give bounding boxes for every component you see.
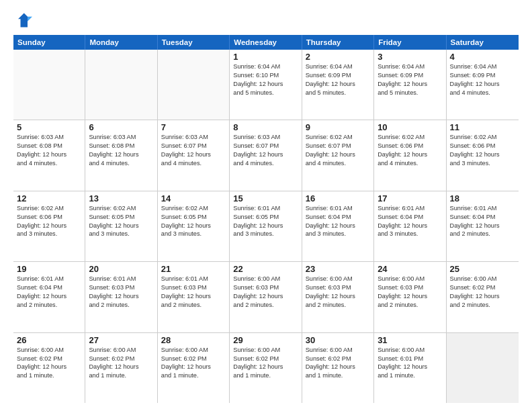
cell-info: Sunrise: 6:01 AM Sunset: 6:04 PM Dayligh… — [378, 204, 442, 239]
calendar-row-1: 5Sunrise: 6:03 AM Sunset: 6:08 PM Daylig… — [13, 120, 519, 191]
header — [13, 11, 519, 30]
cell-info: Sunrise: 6:03 AM Sunset: 6:07 PM Dayligh… — [233, 133, 298, 168]
cell-info: Sunrise: 6:04 AM Sunset: 6:09 PM Dayligh… — [306, 62, 370, 97]
day-number: 9 — [306, 122, 370, 132]
day-number: 10 — [378, 122, 442, 132]
page: SundayMondayTuesdayWednesdayThursdayFrid… — [0, 0, 532, 411]
calendar-cell — [85, 50, 157, 120]
cell-info: Sunrise: 6:02 AM Sunset: 6:05 PM Dayligh… — [89, 204, 153, 239]
day-number: 26 — [17, 335, 81, 345]
header-cell-monday: Monday — [85, 35, 157, 50]
calendar-row-3: 19Sunrise: 6:01 AM Sunset: 6:04 PM Dayli… — [13, 262, 519, 332]
cell-info: Sunrise: 6:01 AM Sunset: 6:03 PM Dayligh… — [161, 275, 226, 310]
calendar: SundayMondayTuesdayWednesdayThursdayFrid… — [13, 35, 519, 403]
cell-info: Sunrise: 6:00 AM Sunset: 6:02 PM Dayligh… — [89, 346, 153, 381]
header-cell-sunday: Sunday — [13, 35, 85, 50]
day-number: 18 — [450, 193, 515, 203]
cell-info: Sunrise: 6:00 AM Sunset: 6:02 PM Dayligh… — [233, 346, 298, 381]
day-number: 16 — [306, 193, 370, 203]
cell-info: Sunrise: 6:00 AM Sunset: 6:03 PM Dayligh… — [233, 275, 298, 310]
calendar-cell: 17Sunrise: 6:01 AM Sunset: 6:04 PM Dayli… — [374, 191, 446, 261]
day-number: 14 — [161, 193, 226, 203]
calendar-cell: 27Sunrise: 6:00 AM Sunset: 6:02 PM Dayli… — [85, 333, 157, 403]
calendar-body: 1Sunrise: 6:04 AM Sunset: 6:10 PM Daylig… — [13, 50, 519, 403]
calendar-cell: 13Sunrise: 6:02 AM Sunset: 6:05 PM Dayli… — [85, 191, 157, 261]
day-number: 1 — [233, 52, 298, 62]
calendar-cell: 19Sunrise: 6:01 AM Sunset: 6:04 PM Dayli… — [13, 262, 85, 332]
day-number: 23 — [306, 264, 370, 274]
calendar-cell: 16Sunrise: 6:01 AM Sunset: 6:04 PM Dayli… — [302, 191, 374, 261]
calendar-cell — [158, 50, 230, 120]
calendar-cell: 26Sunrise: 6:00 AM Sunset: 6:02 PM Dayli… — [13, 333, 85, 403]
day-number: 24 — [378, 264, 442, 274]
calendar-cell: 31Sunrise: 6:00 AM Sunset: 6:01 PM Dayli… — [374, 333, 446, 403]
calendar-cell: 11Sunrise: 6:02 AM Sunset: 6:06 PM Dayli… — [447, 120, 519, 190]
cell-info: Sunrise: 6:00 AM Sunset: 6:03 PM Dayligh… — [378, 275, 442, 310]
cell-info: Sunrise: 6:01 AM Sunset: 6:04 PM Dayligh… — [306, 204, 370, 239]
day-number: 13 — [89, 193, 153, 203]
day-number: 31 — [378, 335, 442, 345]
day-number: 11 — [450, 122, 515, 132]
calendar-cell: 8Sunrise: 6:03 AM Sunset: 6:07 PM Daylig… — [230, 120, 302, 190]
cell-info: Sunrise: 6:00 AM Sunset: 6:03 PM Dayligh… — [306, 275, 370, 310]
calendar-cell: 1Sunrise: 6:04 AM Sunset: 6:10 PM Daylig… — [230, 50, 302, 120]
cell-info: Sunrise: 6:04 AM Sunset: 6:09 PM Dayligh… — [450, 62, 515, 97]
calendar-cell — [13, 50, 85, 120]
calendar-cell: 25Sunrise: 6:00 AM Sunset: 6:02 PM Dayli… — [447, 262, 519, 332]
calendar-cell: 3Sunrise: 6:04 AM Sunset: 6:09 PM Daylig… — [374, 50, 446, 120]
logo — [13, 11, 35, 30]
cell-info: Sunrise: 6:01 AM Sunset: 6:04 PM Dayligh… — [17, 275, 81, 310]
day-number: 28 — [161, 335, 226, 345]
calendar-cell: 21Sunrise: 6:01 AM Sunset: 6:03 PM Dayli… — [158, 262, 230, 332]
day-number: 29 — [233, 335, 298, 345]
header-cell-tuesday: Tuesday — [158, 35, 230, 50]
cell-info: Sunrise: 6:01 AM Sunset: 6:03 PM Dayligh… — [89, 275, 153, 310]
calendar-cell: 20Sunrise: 6:01 AM Sunset: 6:03 PM Dayli… — [85, 262, 157, 332]
day-number: 4 — [450, 52, 515, 62]
day-number: 7 — [161, 122, 226, 132]
calendar-cell: 4Sunrise: 6:04 AM Sunset: 6:09 PM Daylig… — [447, 50, 519, 120]
day-number: 27 — [89, 335, 153, 345]
calendar-row-4: 26Sunrise: 6:00 AM Sunset: 6:02 PM Dayli… — [13, 333, 519, 403]
cell-info: Sunrise: 6:04 AM Sunset: 6:10 PM Dayligh… — [233, 62, 298, 97]
calendar-cell — [447, 333, 519, 403]
calendar-cell: 30Sunrise: 6:00 AM Sunset: 6:02 PM Dayli… — [302, 333, 374, 403]
day-number: 5 — [17, 122, 81, 132]
day-number: 6 — [89, 122, 153, 132]
header-cell-wednesday: Wednesday — [230, 35, 302, 50]
calendar-row-0: 1Sunrise: 6:04 AM Sunset: 6:10 PM Daylig… — [13, 50, 519, 120]
header-cell-friday: Friday — [374, 35, 446, 50]
cell-info: Sunrise: 6:01 AM Sunset: 6:04 PM Dayligh… — [450, 204, 515, 239]
calendar-cell: 5Sunrise: 6:03 AM Sunset: 6:08 PM Daylig… — [13, 120, 85, 190]
calendar-header-row: SundayMondayTuesdayWednesdayThursdayFrid… — [13, 35, 519, 50]
day-number: 12 — [17, 193, 81, 203]
cell-info: Sunrise: 6:02 AM Sunset: 6:05 PM Dayligh… — [161, 204, 226, 239]
cell-info: Sunrise: 6:03 AM Sunset: 6:07 PM Dayligh… — [161, 133, 226, 168]
calendar-cell: 14Sunrise: 6:02 AM Sunset: 6:05 PM Dayli… — [158, 191, 230, 261]
calendar-cell: 23Sunrise: 6:00 AM Sunset: 6:03 PM Dayli… — [302, 262, 374, 332]
calendar-cell: 2Sunrise: 6:04 AM Sunset: 6:09 PM Daylig… — [302, 50, 374, 120]
day-number: 3 — [378, 52, 442, 62]
svg-marker-1 — [28, 17, 32, 21]
day-number: 22 — [233, 264, 298, 274]
calendar-cell: 15Sunrise: 6:01 AM Sunset: 6:05 PM Dayli… — [230, 191, 302, 261]
calendar-cell: 9Sunrise: 6:02 AM Sunset: 6:07 PM Daylig… — [302, 120, 374, 190]
calendar-cell: 22Sunrise: 6:00 AM Sunset: 6:03 PM Dayli… — [230, 262, 302, 332]
calendar-cell: 7Sunrise: 6:03 AM Sunset: 6:07 PM Daylig… — [158, 120, 230, 190]
cell-info: Sunrise: 6:02 AM Sunset: 6:07 PM Dayligh… — [306, 133, 370, 168]
header-cell-saturday: Saturday — [447, 35, 519, 50]
day-number: 20 — [89, 264, 153, 274]
cell-info: Sunrise: 6:02 AM Sunset: 6:06 PM Dayligh… — [378, 133, 442, 168]
cell-info: Sunrise: 6:02 AM Sunset: 6:06 PM Dayligh… — [450, 133, 515, 168]
cell-info: Sunrise: 6:04 AM Sunset: 6:09 PM Dayligh… — [378, 62, 442, 97]
calendar-cell: 12Sunrise: 6:02 AM Sunset: 6:06 PM Dayli… — [13, 191, 85, 261]
cell-info: Sunrise: 6:03 AM Sunset: 6:08 PM Dayligh… — [89, 133, 153, 168]
calendar-cell: 6Sunrise: 6:03 AM Sunset: 6:08 PM Daylig… — [85, 120, 157, 190]
day-number: 19 — [17, 264, 81, 274]
cell-info: Sunrise: 6:01 AM Sunset: 6:05 PM Dayligh… — [233, 204, 298, 239]
calendar-row-2: 12Sunrise: 6:02 AM Sunset: 6:06 PM Dayli… — [13, 191, 519, 262]
cell-info: Sunrise: 6:00 AM Sunset: 6:02 PM Dayligh… — [17, 346, 81, 381]
calendar-cell: 24Sunrise: 6:00 AM Sunset: 6:03 PM Dayli… — [374, 262, 446, 332]
calendar-cell: 29Sunrise: 6:00 AM Sunset: 6:02 PM Dayli… — [230, 333, 302, 403]
cell-info: Sunrise: 6:00 AM Sunset: 6:01 PM Dayligh… — [378, 346, 442, 381]
